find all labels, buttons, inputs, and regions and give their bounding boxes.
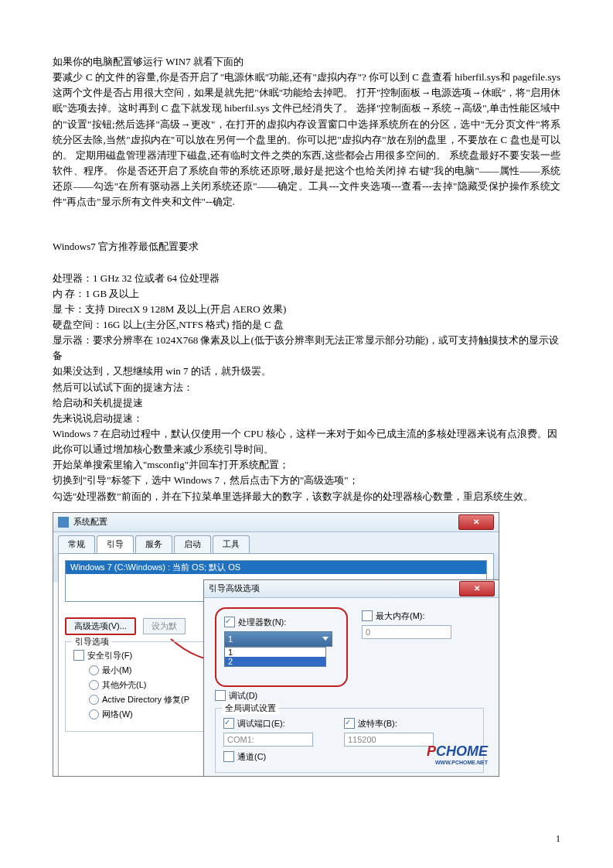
debug-port-input[interactable]: COM1: — [223, 733, 313, 747]
dropdown-option[interactable]: 1 — [225, 648, 325, 657]
app-icon — [58, 517, 69, 528]
set-default-button[interactable]: 设为默 — [143, 618, 186, 634]
tab-services[interactable]: 服务 — [135, 535, 172, 553]
safe-boot-label: 安全引导(F) — [87, 650, 132, 661]
sub-close-button[interactable]: ✕ — [459, 581, 495, 596]
main-paragraph: 要减少 C 的文件的容量,你是否开启了"电源休眠"功能,还有"虚拟内存"? 你可… — [53, 70, 560, 210]
os-entry[interactable]: Windows 7 (C:\Windows) : 当前 OS; 默认 OS — [66, 561, 486, 574]
window-titlebar: 系统配置 ✕ — [53, 513, 499, 532]
max-memory-checkbox[interactable] — [362, 610, 373, 621]
spec-l1: 如果没达到，又想继续用 win 7 的话，就升级罢。 — [53, 364, 560, 379]
boot-options-legend: 引导选项 — [72, 636, 112, 648]
channel-label: 通道(C) — [237, 751, 266, 763]
spec-l3: 给启动和关机提提速 — [53, 395, 560, 411]
spec-l2: 然后可以试试下面的提速方法： — [53, 380, 560, 395]
global-debug-legend: 全局调试设置 — [222, 702, 279, 714]
tabs-bar: 常规 引导 服务 启动 工具 — [53, 532, 499, 553]
debug-port-label: 调试端口(E): — [237, 718, 285, 730]
close-icon: ✕ — [474, 584, 480, 593]
processor-dropdown[interactable]: 1 — [224, 631, 332, 647]
dropdown-value: 1 — [228, 634, 233, 644]
boot-options-group: 引导选项 安全引导(F) 最小(M) 其他外壳(L) Active Direct… — [65, 641, 223, 732]
spec-l6: 开始菜单搜索里输入"msconfig"并回车打开系统配置； — [53, 457, 560, 473]
max-memory-group: 最大内存(M): 0 — [362, 607, 451, 639]
radio-ad-label: Active Directory 修复(P — [102, 694, 189, 706]
intro-line: 如果你的电脑配置够运行 WIN7 就看下面的 — [53, 54, 560, 70]
page-number: 1 — [556, 833, 560, 845]
spec-ram: 内 存：1 GB 及以上 — [53, 286, 560, 302]
logo-p: P — [427, 743, 436, 759]
advanced-options-button[interactable]: 高级选项(V)... — [65, 617, 136, 635]
section-title: Windows7 官方推荐最低配置要求 — [53, 239, 560, 255]
tab-startup[interactable]: 启动 — [174, 535, 211, 553]
chevron-down-icon — [322, 637, 329, 641]
highlight-annotation: 处理器数(N): 1 1 2 — [215, 607, 348, 687]
baud-checkbox[interactable] — [344, 718, 355, 729]
spec-l5: Windows 7 在启动过程中，默认仅使用一个 CPU 核心，这样一来对于如今… — [53, 426, 560, 457]
tab-boot[interactable]: 引导 — [97, 535, 134, 553]
debug-checkbox[interactable] — [215, 690, 226, 701]
radio-ad-repair[interactable] — [89, 695, 99, 705]
spec-l7: 切换到"引导"标签下，选中 Windows 7，然后点击下方的"高级选项"； — [53, 473, 560, 488]
spec-l4: 先来说说启动提速： — [53, 411, 560, 426]
radio-altshell-label: 其他外壳(L) — [102, 679, 146, 691]
debug-label: 调试(D) — [229, 690, 257, 702]
baud-label: 波特率(B): — [358, 718, 397, 730]
sub-title-text: 引导高级选项 — [209, 583, 260, 594]
dropdown-list[interactable]: 1 2 — [224, 647, 326, 667]
channel-checkbox[interactable] — [223, 751, 234, 762]
radio-minimal[interactable] — [89, 665, 99, 675]
sub-titlebar: 引导高级选项 ✕ — [204, 580, 499, 598]
spec-cpu: 处理器：1 GHz 32 位或者 64 位处理器 — [53, 271, 560, 286]
logo-chome: CHOME — [436, 743, 488, 759]
baud-input[interactable]: 115200 — [344, 733, 434, 747]
close-icon: ✕ — [473, 518, 479, 526]
max-memory-label: 最大内存(M): — [376, 610, 425, 622]
radio-network-label: 网络(W) — [102, 709, 133, 720]
processor-count-checkbox[interactable] — [224, 617, 235, 627]
window-title: 系统配置 — [73, 516, 107, 528]
dropdown-option[interactable]: 2 — [225, 657, 325, 666]
safe-boot-checkbox[interactable] — [73, 650, 84, 661]
processor-count-label: 处理器数(N): — [238, 617, 286, 628]
close-button[interactable]: ✕ — [458, 514, 494, 530]
spec-l8: 勾选"处理器数"前面的，并在下拉菜单里选择最大的数字，该数字就是你的处理器核心数… — [53, 489, 560, 504]
max-memory-input[interactable]: 0 — [362, 625, 451, 639]
watermark-logo: PCHOME WWW.PCHOME.NET — [427, 743, 488, 765]
radio-altshell[interactable] — [89, 680, 99, 690]
radio-network[interactable] — [89, 709, 99, 719]
radio-minimal-label: 最小(M) — [102, 665, 132, 676]
spec-disk: 硬盘空间：16G 以上(主分区,NTFS 格式) 指的是 C 盘 — [53, 317, 560, 333]
msconfig-window: 系统配置 ✕ 常规 引导 服务 启动 工具 Windows 7 (C:\Wind… — [53, 512, 499, 777]
spec-gpu: 显 卡：支持 DirectX 9 128M 及以上(开启 AERO 效果) — [53, 302, 560, 317]
logo-url: WWW.PCHOME.NET — [427, 760, 488, 765]
tab-general[interactable]: 常规 — [58, 535, 95, 553]
spec-display: 显示器：要求分辨率在 1024X768 像素及以上(低于该分辨率则无法正常显示部… — [53, 333, 560, 364]
tab-tools[interactable]: 工具 — [213, 535, 250, 553]
debug-port-checkbox[interactable] — [223, 718, 234, 729]
